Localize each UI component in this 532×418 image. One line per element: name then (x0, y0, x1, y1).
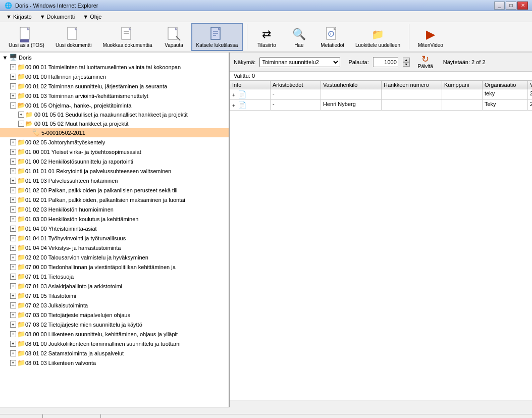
table-row[interactable]: + 📄 - Henri Nyberg Teky 2011 (230, 100, 533, 111)
expand-icon[interactable]: + (18, 112, 24, 118)
list-item[interactable]: + 📁 00 00 01 Toimielinten tai luottamuse… (0, 62, 229, 72)
data-table[interactable]: Info Arkistotiedot Vastuuhenkilö Hankkee… (230, 80, 532, 400)
refresh-btn[interactable]: ↻ Päivitä (418, 55, 433, 69)
spinner-down[interactable]: ▼ (403, 62, 410, 67)
list-item[interactable]: + 📁 00 01 02 Toiminnan suunnittelu, järj… (0, 81, 229, 91)
list-item[interactable]: + 📁 08 01 00 Joukkoliikenteen toiminnall… (0, 339, 229, 348)
list-item[interactable]: + 📁 08 00 00 Liikenteen suunnittelu, keh… (0, 329, 229, 339)
right-panel-scrollbar[interactable] (230, 400, 532, 407)
list-item[interactable]: + 📁 01 04 04 Virkistys- ja harrastustoim… (0, 243, 229, 252)
expand-icon[interactable]: + (10, 216, 16, 222)
expand-icon[interactable]: + (10, 360, 16, 366)
expand-icon[interactable]: + (10, 168, 16, 174)
expand-icon[interactable]: + (10, 341, 16, 347)
list-item[interactable]: + 📁 01 02 00 Palkan, palkkioiden ja palk… (0, 185, 229, 195)
expand-icon[interactable]: + (10, 245, 16, 251)
list-item[interactable]: + 📁 01 01 01 01 Rekrytointi ja palveluss… (0, 166, 229, 176)
expand-icon[interactable]: + (10, 254, 16, 260)
list-item[interactable]: + 📁 07 01 05 Tilastotoimi (0, 291, 229, 300)
btn-uusi-dokumentti[interactable]: Uusi dokumentti (51, 24, 96, 50)
expand-icon[interactable]: + (10, 74, 16, 80)
expand-icon[interactable]: + (10, 293, 16, 299)
col-header-organisaatio[interactable]: Organisaatio (483, 81, 528, 89)
expand-icon[interactable]: + (10, 302, 16, 308)
btn-hae[interactable]: 🔍 Hae (284, 24, 314, 50)
expand-icon[interactable]: + (10, 283, 16, 289)
list-item[interactable]: + 📁 07 01 01 Tietosuoja (0, 272, 229, 281)
list-item[interactable]: + 📁 08 01 03 Liikenteen valvonta (0, 358, 229, 368)
row2-info[interactable]: + 📄 (230, 100, 271, 111)
palauta-input[interactable] (373, 57, 398, 67)
expand-icon[interactable]: + (10, 331, 16, 337)
expand-icon[interactable]: + (10, 312, 16, 318)
list-item[interactable]: 🏷️ 5-00010502-2011 (0, 128, 229, 137)
expand-icon[interactable]: + (10, 83, 16, 89)
col-header-info[interactable]: Info (230, 81, 271, 89)
list-item[interactable]: + 📁 07 02 03 Julkaisutoiminta (0, 300, 229, 310)
expand-icon[interactable]: + (10, 93, 16, 99)
list-item[interactable]: + 📁 00 02 05 Johtoryhmätyöskentely (0, 137, 229, 147)
col-header-arkisto[interactable]: Arkistotiedot (271, 81, 321, 89)
list-item[interactable]: + 📁 02 02 00 Talousarvion valmistelu ja … (0, 252, 229, 262)
expand-icon[interactable]: + (10, 322, 16, 328)
list-item[interactable]: + 📁 01 04 00 Yhteistoiminta-asiat (0, 224, 229, 233)
list-item[interactable]: + 📁 01 03 00 Henkilöstön koulutus ja keh… (0, 214, 229, 224)
expand-icon[interactable]: - (10, 102, 16, 109)
col-header-vastuuhenkilo[interactable]: Vastuuhenkilö (321, 81, 382, 89)
list-item[interactable]: + 📁 01 04 01 Työhyvinvointi ja työturval… (0, 233, 229, 243)
list-item[interactable]: + 📁 00 01 03 Toiminnan arviointi-/kehitt… (0, 91, 229, 100)
expand-icon[interactable]: + (10, 149, 16, 155)
expand-icon[interactable]: + (10, 226, 16, 232)
minimize-button[interactable]: _ (494, 2, 505, 10)
btn-katsele[interactable]: Katsele lukutilassa (191, 23, 243, 51)
menu-kirjasto[interactable]: ▼ Kirjasto (2, 13, 36, 21)
expand-icon[interactable]: + (10, 350, 16, 356)
spinner-up[interactable]: ▲ (403, 58, 410, 62)
list-item[interactable]: + 📁 07 03 00 Tietojärjestelmäpalvelujen … (0, 310, 229, 320)
col-header-kumppani[interactable]: Kumppani (442, 81, 483, 89)
expand-icon[interactable]: + (10, 197, 16, 203)
root-expand-icon[interactable]: ▼ (2, 55, 8, 61)
row1-expand[interactable]: + (232, 92, 235, 98)
tree-hscrollbar[interactable] (0, 407, 230, 414)
list-item[interactable]: + 📁 00 01 05 01 Seudulliset ja maakunnal… (0, 110, 229, 119)
expand-icon[interactable]: + (10, 264, 16, 270)
view-select[interactable]: Toiminnan suunnittelu2KaikkiPerusnäkymä (259, 57, 340, 67)
list-item[interactable]: + 📁 07 03 02 Tietojärjestelmien suunnitt… (0, 320, 229, 329)
list-item[interactable]: + 📁 07 00 00 Tiedonhallinnan ja viestint… (0, 262, 229, 272)
expand-icon[interactable]: + (10, 139, 16, 145)
btn-luokittele[interactable]: 📁 Luokittele uudelleen (351, 24, 405, 50)
btn-metatiedot[interactable]: i Metatiedot (316, 24, 349, 50)
list-item[interactable]: + 📁 01 02 03 Henkilöstön huomioiminen (0, 204, 229, 214)
expand-icon[interactable]: + (10, 178, 16, 184)
btn-mitenvideo[interactable]: ▶ MitenVideo (413, 24, 448, 50)
close-button[interactable]: ✕ (517, 2, 528, 10)
list-item[interactable]: - 📂 00 01 05 Ohjelma-, hanke-, projektit… (0, 100, 229, 110)
list-item[interactable]: + 📁 01 00 02 Henkilöstösuunnittelu ja ra… (0, 156, 229, 166)
col-header-hankkeen-numero[interactable]: Hankkeen numero (382, 81, 442, 89)
btn-tilasiirto[interactable]: ⇄ Tilasiirto (251, 24, 282, 50)
col-header-vuosi[interactable]: Vuosi (528, 81, 533, 89)
list-item[interactable]: + 📁 00 01 00 Hallinnon järjestäminen (0, 72, 229, 81)
menu-dokumentti[interactable]: ▼ Dokumentti (36, 13, 79, 21)
maximize-button[interactable]: □ (506, 2, 516, 10)
expand-icon[interactable]: + (10, 206, 16, 213)
row2-expand[interactable]: + (232, 103, 235, 109)
btn-muokkaa[interactable]: Muokkaa dokumenttia (98, 24, 157, 50)
row1-info[interactable]: + 📄 (230, 89, 271, 100)
expand-icon[interactable]: - (18, 121, 24, 127)
list-item[interactable]: + 📁 01 00 001 Yleiset virka- ja työehtos… (0, 147, 229, 156)
expand-icon[interactable]: + (10, 274, 16, 280)
expand-icon[interactable]: + (10, 235, 16, 241)
list-item[interactable]: + 📁 08 01 02 Satamatoiminta ja aluspalve… (0, 348, 229, 358)
expand-icon[interactable]: + (10, 64, 16, 70)
menu-ohje[interactable]: ▼ Ohje (79, 13, 105, 21)
table-row[interactable]: + 📄 - teky 2011 (230, 89, 533, 100)
tree-root-item[interactable]: ▼ 🖥️ Doris (0, 53, 229, 62)
list-item[interactable]: + 📁 01 01 03 Palvelussuhteen hoitaminen (0, 176, 229, 185)
expand-icon[interactable]: + (10, 159, 16, 165)
list-item[interactable]: - 📂 00 01 05 02 Muut hankkeet ja projekt… (0, 119, 229, 128)
list-item[interactable]: + 📁 07 01 03 Asiakirjahallinto ja arkist… (0, 281, 229, 291)
btn-uusi-asia[interactable]: Uusi asia (TOS) (4, 24, 49, 50)
tree-panel[interactable]: ▼ 🖥️ Doris + 📁 00 00 01 Toimielinten tai… (0, 53, 230, 407)
